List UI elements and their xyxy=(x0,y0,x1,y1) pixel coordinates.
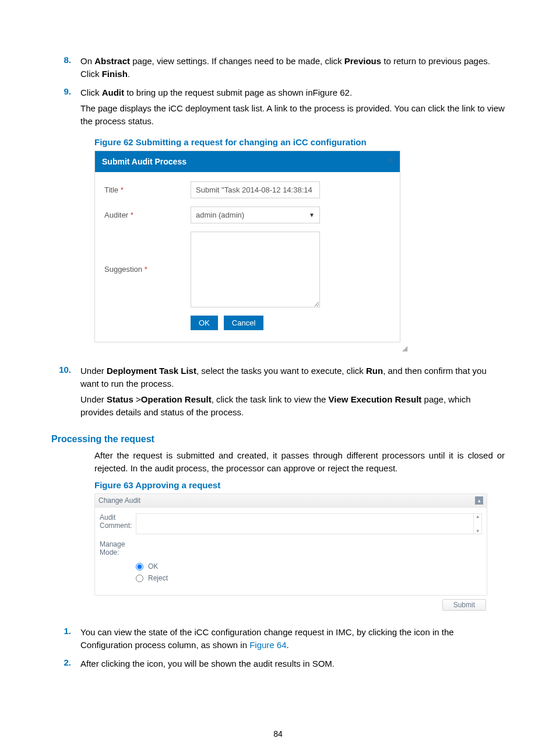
dialog-title: Submit Audit Process xyxy=(102,157,186,166)
suggestion-label: Suggestion * xyxy=(104,265,191,274)
title-label: Title * xyxy=(104,186,191,194)
step-body: You can view the state of the iCC config… xyxy=(80,626,505,655)
step-number: 2. xyxy=(51,657,80,674)
change-audit-panel: Change Audit ▴ Audit Comment: ▲ ▼ Manage… xyxy=(94,494,487,596)
auditer-value: admin (admin) xyxy=(196,211,244,219)
audit-comment-textarea[interactable] xyxy=(136,513,474,534)
scrollbar[interactable]: ▲ ▼ xyxy=(474,513,482,534)
chevron-down-icon: ▼ xyxy=(309,212,315,218)
step-body: Click Audit to bring up the request subm… xyxy=(80,86,505,131)
steps-list-c: 1.You can view the state of the iCC conf… xyxy=(51,626,505,673)
ok-radio-label: OK xyxy=(148,562,158,570)
figure-63-caption: Figure 63 Approving a request xyxy=(94,480,505,490)
collapse-icon[interactable]: ▴ xyxy=(475,496,483,505)
page-number: 84 xyxy=(0,729,556,738)
suggestion-textarea[interactable] xyxy=(191,232,320,307)
reject-radio-label: Reject xyxy=(148,574,168,582)
step-body: After clicking the icon, you will be sho… xyxy=(80,657,505,674)
auditer-label: Auditer * xyxy=(104,211,191,219)
figure-62-caption: Figure 62 Submitting a request for chang… xyxy=(94,137,505,147)
ok-radio[interactable] xyxy=(136,563,143,570)
auditer-select[interactable]: admin (admin) ▼ xyxy=(191,206,320,223)
close-icon[interactable]: ✕ xyxy=(386,156,395,165)
submit-button[interactable]: Submit xyxy=(442,599,486,611)
steps-list-b: 10.Under Deployment Task List, select th… xyxy=(51,365,505,422)
reject-radio[interactable] xyxy=(136,575,143,582)
submit-audit-dialog: Submit Audit Process ✕ Title * Auditer *… xyxy=(94,150,400,342)
cancel-button[interactable]: Cancel xyxy=(224,316,263,330)
step-number: 8. xyxy=(51,55,80,84)
dialog-header: Submit Audit Process ✕ xyxy=(95,151,400,172)
step-number: 1. xyxy=(51,626,80,655)
step-number: 9. xyxy=(51,86,80,131)
processing-request-heading: Processing the request xyxy=(51,434,505,444)
audit-comment-label: Audit Comment: xyxy=(100,513,136,534)
ok-button[interactable]: OK xyxy=(191,316,218,330)
scroll-down-icon: ▼ xyxy=(474,528,481,534)
panel-title: Change Audit xyxy=(98,496,140,505)
steps-list-a: 8.On Abstract page, view settings. If ch… xyxy=(51,55,505,131)
step-body: On Abstract page, view settings. If chan… xyxy=(80,55,505,84)
scroll-up-icon: ▲ xyxy=(474,514,481,519)
manage-mode-label: Manage Mode: xyxy=(100,540,136,556)
resize-grip-icon[interactable]: ◢ xyxy=(402,344,409,351)
processing-paragraph: After the request is submitted and creat… xyxy=(94,449,505,475)
step-body: Under Deployment Task List, select the t… xyxy=(80,365,505,422)
step-number: 10. xyxy=(51,365,80,422)
title-input[interactable] xyxy=(191,181,320,198)
